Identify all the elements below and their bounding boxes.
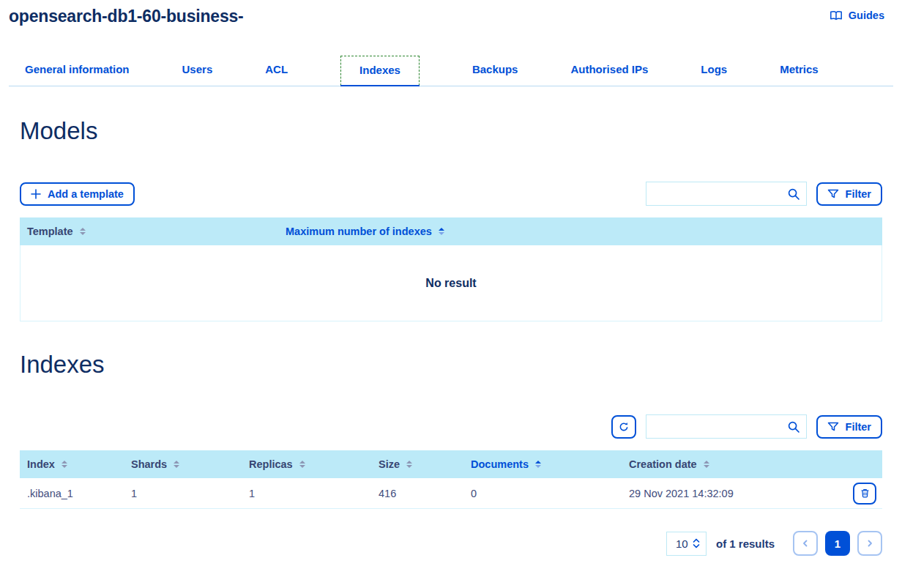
column-header-index[interactable]: Index [20,458,124,470]
models-section-title: Models [20,117,882,145]
tab-backups[interactable]: Backups [472,63,518,86]
results-count-label: of 1 results [716,537,775,550]
models-filter-button[interactable]: Filter [816,182,882,206]
guides-link[interactable]: Guides [830,10,884,21]
guides-label: Guides [849,10,884,21]
column-header-replicas[interactable]: Replicas [242,458,371,470]
column-label: Index [27,458,55,470]
opensearch-service-page: opensearch-db1-60-business- Guides Gener… [0,0,902,588]
models-filter-label: Filter [846,188,871,200]
table-row: .kibana_1 1 1 416 0 29 Nov 2021 14:32:09 [20,478,882,509]
chevron-right-icon [864,537,876,549]
plus-icon [31,189,41,199]
tab-metrics[interactable]: Metrics [780,63,819,86]
column-header-shards[interactable]: Shards [124,458,242,470]
cell-creation-date: 29 Nov 2021 14:32:09 [622,488,837,499]
tab-general-information[interactable]: General information [25,63,130,86]
cell-size: 416 [371,488,463,499]
indexes-filter-label: Filter [846,421,871,433]
page-title: opensearch-db1-60-business- [9,7,244,26]
page-1-button[interactable]: 1 [825,531,850,556]
tab-logs[interactable]: Logs [701,63,727,86]
sort-icon [535,461,541,468]
tab-users[interactable]: Users [182,63,213,86]
indexes-search-input[interactable] [646,414,807,439]
funnel-icon [827,189,839,199]
column-header-max-indexes[interactable]: Maximum number of indexes [278,226,882,237]
trash-icon [860,488,871,499]
models-controls: Add a template Filter [20,182,882,206]
indexes-section-title: Indexes [20,351,882,379]
sort-icon [704,461,709,468]
next-page-button[interactable] [857,531,882,556]
column-label: Documents [471,458,529,470]
sort-icon [80,228,86,235]
tab-authorised-ips[interactable]: Authorised IPs [570,63,648,86]
indexes-table: Index Shards Replicas Size Documents [20,450,882,509]
column-header-template[interactable]: Template [20,226,278,237]
indexes-search [646,414,807,439]
delete-index-button[interactable] [853,483,876,505]
column-label: Replicas [249,458,293,470]
column-header-documents[interactable]: Documents [463,458,622,470]
column-header-creation-date[interactable]: Creation date [622,458,837,470]
tab-bar: General information Users ACL Indexes Ba… [9,56,893,86]
top-bar: opensearch-db1-60-business- Guides [0,0,902,26]
indexes-table-header: Index Shards Replicas Size Documents [20,450,882,478]
sort-icon [61,461,67,468]
pagination: 10 of 1 results 1 [20,531,882,556]
book-icon [830,10,843,21]
funnel-icon [827,422,839,432]
indexes-filter-button[interactable]: Filter [816,415,882,439]
previous-page-button[interactable] [793,531,818,556]
cell-documents: 0 [463,488,622,499]
sort-icon [406,461,412,468]
tab-indexes[interactable]: Indexes [340,56,420,86]
add-template-button[interactable]: Add a template [20,182,135,206]
cell-shards: 1 [124,488,242,499]
column-label: Creation date [629,458,697,470]
column-header-size[interactable]: Size [371,458,463,470]
add-template-label: Add a template [48,188,124,200]
sort-icon [299,461,305,468]
cell-index: .kibana_1 [20,488,124,499]
refresh-button[interactable] [611,415,636,439]
sort-icon [174,461,179,468]
page-size-select[interactable]: 10 [666,532,707,556]
column-label: Maximum number of indexes [286,226,432,237]
refresh-icon [618,421,630,433]
models-right-controls: Filter [646,182,882,206]
page-size-value: 10 [676,537,688,550]
chevron-up-down-icon [692,537,701,549]
indexes-controls: Filter [20,414,882,439]
column-label: Shards [131,458,167,470]
cell-actions [837,483,882,505]
cell-replicas: 1 [242,488,371,499]
tab-acl[interactable]: ACL [265,63,288,86]
main-content: Models Add a template [0,117,902,556]
indexes-right-controls: Filter [611,414,882,439]
models-table-header: Template Maximum number of indexes [20,217,882,245]
column-label: Size [379,458,400,470]
models-table-empty-state: No result [20,245,882,321]
column-label: Template [27,226,73,237]
empty-message: No result [425,277,476,290]
models-table: Template Maximum number of indexes No re… [20,217,882,321]
models-search [646,182,807,206]
chevron-left-icon [800,537,811,549]
models-search-input[interactable] [646,182,807,206]
sort-icon [439,228,444,235]
